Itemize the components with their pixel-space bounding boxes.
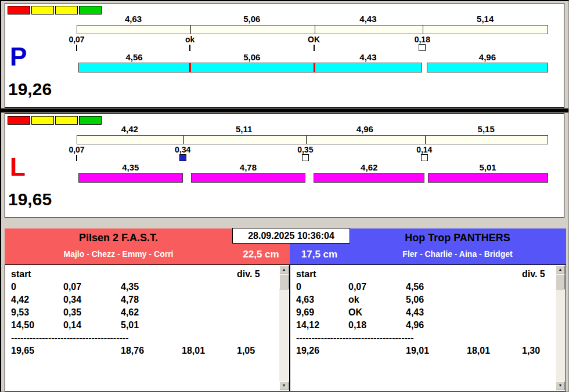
leg-time-label: 5,14 (477, 14, 494, 24)
status-light-2 (31, 6, 54, 14)
result-table-right: ▲ ▼ startdiv. 500,074,564,63ok5,069,69OK… (290, 264, 566, 391)
leg-divider (425, 136, 426, 144)
triangle-up-icon: ▲ (282, 267, 286, 271)
change-marker-tick (76, 155, 77, 161)
scroll-up-button[interactable]: ▲ (279, 266, 289, 274)
change-time-label: 0,18 (415, 35, 430, 44)
change-marker-square (421, 154, 428, 161)
cell-change-time: 0,07 (63, 282, 81, 292)
run-time-bar (314, 63, 423, 72)
summary-total: 19,26 (296, 346, 319, 356)
summary-reference: 18,01 (182, 346, 205, 356)
lane-divider (1, 108, 569, 112)
cell-change-time: 0,14 (63, 320, 81, 331)
cell-start-time: 9,53 (11, 307, 29, 318)
change-time-label: 0,35 (297, 145, 313, 154)
team-members-right: Fler - Charlie - Aina - Bridget (349, 249, 566, 259)
change-time-label: 0,07 (69, 145, 84, 154)
team-name-right: Hop Trop PANTHERS (349, 232, 566, 244)
cell-start-time: 4,42 (11, 295, 29, 305)
run-bar-junction (190, 63, 191, 72)
leg-duration-bar (77, 25, 548, 34)
cell-run-time: 5,06 (406, 295, 424, 305)
status-light-2 (31, 116, 54, 125)
cell-change-time: 0,34 (63, 295, 81, 305)
leg-divider (306, 136, 307, 144)
scroll-thumb[interactable] (279, 274, 289, 289)
vertical-scrollbar[interactable]: ▲ ▼ (556, 266, 565, 390)
scroll-down-button[interactable]: ▼ (279, 382, 289, 390)
scroll-thumb[interactable] (556, 274, 565, 289)
cell-change-time: 0,07 (348, 282, 366, 292)
cell-run-time: 4,78 (121, 295, 139, 305)
run-time-label: 4,62 (361, 162, 377, 172)
cell-change-time: 0,18 (348, 320, 366, 331)
run-bar-junction (314, 63, 315, 72)
vertical-scrollbar[interactable]: ▲ ▼ (279, 266, 289, 390)
summary-sum-runs: 18,76 (121, 346, 144, 356)
distance-right: 17,5 cm (290, 248, 349, 262)
cell-start-time: 9,69 (296, 307, 314, 318)
run-time-label: 4,78 (240, 162, 257, 172)
run-time-bar (78, 63, 190, 72)
table-header-start: start (11, 269, 31, 280)
cell-run-time: 4,96 (406, 320, 424, 331)
leg-duration-bar (77, 135, 548, 144)
change-marker-square (179, 154, 186, 161)
result-table-left: ▲ ▼ startdiv. 500,074,354,420,344,789,53… (5, 264, 290, 391)
lane-total-time: 19,65 (8, 190, 52, 209)
cell-run-time: 4,43 (406, 307, 424, 318)
lane-letter-L: L (10, 153, 26, 181)
table-separator: -------------------------------------- (11, 333, 128, 343)
scroll-down-button[interactable]: ▼ (556, 382, 565, 390)
status-light-3 (55, 116, 78, 125)
change-time-label: 0,14 (416, 145, 432, 154)
cell-change-time: ok (348, 295, 359, 305)
run-time-bar (191, 173, 306, 183)
triangle-up-icon: ▲ (559, 267, 563, 271)
lane-letter-P: P (10, 43, 27, 71)
change-marker-tick (314, 45, 315, 51)
leg-time-label: 4,63 (125, 14, 142, 24)
summary-total: 19,65 (11, 346, 34, 356)
change-time-label: 0,34 (175, 145, 190, 154)
run-time-bar (78, 173, 183, 183)
leg-divider (315, 26, 315, 34)
run-time-label: 4,35 (122, 162, 139, 172)
cell-start-time: 14,50 (11, 320, 34, 331)
leg-divider (423, 26, 423, 34)
team-members-left: Majlo - Chezz - Emmy - Corri (5, 249, 232, 259)
timestamp: 28.09.2025 10:36:04 (232, 228, 350, 244)
lane-panel-l: L19,654,420,074,355,110,344,784,960,354,… (5, 113, 564, 218)
status-light-3 (55, 6, 78, 14)
cell-run-time: 4,35 (121, 282, 139, 292)
change-time-label: OK (308, 35, 320, 44)
run-time-label: 4,43 (359, 52, 376, 62)
status-light-1 (8, 116, 30, 125)
triangle-down-icon: ▼ (282, 383, 286, 387)
status-light-4 (79, 116, 102, 125)
run-time-bar (314, 173, 424, 183)
run-time-label: 4,56 (125, 52, 142, 62)
cell-run-time: 4,62 (121, 307, 139, 318)
run-time-bar (427, 63, 548, 72)
cell-start-time: 0 (11, 282, 16, 292)
summary-sum-runs: 19,01 (406, 346, 429, 356)
change-time-label: 0,07 (69, 35, 84, 44)
run-time-label: 5,06 (243, 52, 260, 62)
scroll-up-button[interactable]: ▲ (556, 266, 565, 274)
leg-time-label: 5,06 (243, 14, 260, 24)
summary-reference: 18,01 (467, 346, 490, 356)
change-marker-tick (189, 45, 190, 51)
run-time-label: 5,01 (479, 162, 496, 172)
table-header-div: div. 5 (522, 269, 545, 280)
summary-diff: 1,30 (522, 346, 540, 356)
team-name-left: Pilsen 2 F.A.S.T. (5, 232, 232, 244)
cell-start-time: 4,63 (296, 295, 314, 305)
triangle-down-icon: ▼ (559, 383, 563, 387)
run-time-bar (428, 173, 548, 183)
table-header-div: div. 5 (237, 269, 260, 280)
cell-run-time: 4,56 (406, 282, 424, 292)
run-time-label: 4,96 (479, 52, 496, 62)
cell-change-time: 0,35 (63, 307, 81, 318)
